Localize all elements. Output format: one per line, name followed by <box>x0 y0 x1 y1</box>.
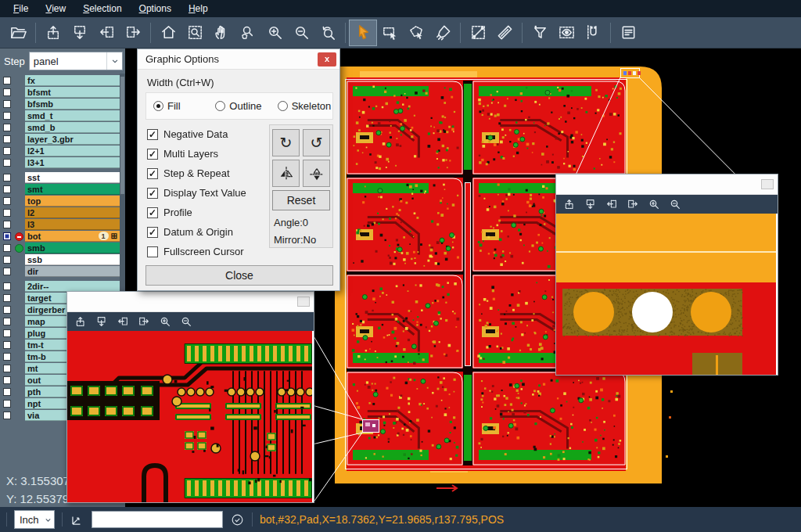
layer-label[interactable]: bfsmb <box>25 99 120 110</box>
menu-item-view[interactable]: View <box>37 1 74 16</box>
checkbox-row-display-text-value[interactable]: ✓Display Text Value <box>147 183 246 203</box>
open-file-button[interactable] <box>5 20 31 45</box>
layer-label[interactable]: smt <box>25 184 120 195</box>
layer-row-smt[interactable]: smt <box>0 184 125 195</box>
step-select[interactable]: panel <box>29 52 123 70</box>
pan-hand-button[interactable] <box>208 20 235 45</box>
check-circle-icon[interactable] <box>230 512 245 527</box>
layer-checkbox-via[interactable] <box>3 412 11 419</box>
magnifier-right-zoom-out-button[interactable] <box>669 198 681 210</box>
checkbox-row-multi-layers[interactable]: ✓Multi Layers <box>147 144 246 164</box>
zoom-out-button[interactable] <box>288 20 314 45</box>
menu-item-help[interactable]: Help <box>180 1 217 16</box>
ruler-button[interactable] <box>491 20 518 45</box>
select-tool-button[interactable] <box>350 20 376 45</box>
checkbox-row-step-repeat[interactable]: ✓Step & Repeat <box>147 164 246 183</box>
checkbox[interactable]: ✓ <box>147 227 158 238</box>
pan-up-button[interactable] <box>40 20 66 45</box>
layer-row-top[interactable]: top <box>0 196 125 207</box>
pan-right-button[interactable] <box>120 20 146 45</box>
layer-checkbox-map[interactable] <box>3 318 11 325</box>
layer-panel-button[interactable] <box>615 20 641 45</box>
magnifier-right-pan-left-button[interactable] <box>605 198 618 210</box>
zoom-previous-button[interactable] <box>314 20 341 45</box>
checkbox-row-datum-origin[interactable]: ✓Datum & Origin <box>147 222 246 242</box>
layer-checkbox-fx[interactable] <box>3 77 11 84</box>
highlight-button[interactable] <box>553 20 580 45</box>
measure-button[interactable] <box>465 20 491 45</box>
zoom-object-button[interactable] <box>235 20 261 45</box>
layer-checkbox-tm-t[interactable] <box>3 341 11 349</box>
layer-checkbox-ssb[interactable] <box>3 256 11 264</box>
radio-outline[interactable]: Outline <box>208 100 270 112</box>
layer-checkbox-plug[interactable] <box>3 329 11 337</box>
layer-checkbox-out[interactable] <box>3 376 11 384</box>
magnifier-right-window-button[interactable] <box>761 179 774 189</box>
layer-label[interactable]: 2dir-- <box>25 281 120 292</box>
layer-row-dir[interactable]: dir <box>0 266 125 277</box>
grid-icon[interactable]: ⊞ <box>111 232 117 240</box>
menu-item-selection[interactable]: Selection <box>74 1 130 16</box>
layer-row-2dir--[interactable]: 2dir-- <box>0 281 125 292</box>
corner-tool-icon[interactable] <box>70 512 84 527</box>
layer-label[interactable]: l2+1 <box>25 146 120 156</box>
checkbox[interactable] <box>147 246 158 257</box>
checkbox-row-negative-data[interactable]: ✓Negative Data <box>147 124 246 144</box>
layer-row-bot[interactable]: bot1⊞ <box>0 231 125 242</box>
layer-checkbox-top[interactable] <box>3 197 11 205</box>
dialog-titlebar[interactable]: Graphic Options x <box>138 49 339 70</box>
zoom-in-button[interactable] <box>261 20 288 45</box>
checkbox-row-fullscreen-cursor[interactable]: Fullscreen Cursor <box>147 242 246 261</box>
filter-button[interactable] <box>526 20 553 45</box>
snap-button[interactable] <box>580 20 606 45</box>
layer-row-l3[interactable]: l3 <box>0 219 125 230</box>
layer-label[interactable]: l3+1 <box>25 157 120 168</box>
checkbox-row-profile[interactable]: ✓Profile <box>147 203 246 222</box>
reset-button[interactable]: Reset <box>272 190 330 210</box>
rotate-cw-button[interactable]: ↻ <box>272 129 300 156</box>
zoom-home-button[interactable] <box>155 20 181 45</box>
radio-dot[interactable] <box>153 101 163 111</box>
layer-checkbox-smt[interactable] <box>3 185 11 193</box>
magnifier-left-pan-left-button[interactable] <box>117 315 129 328</box>
checkbox[interactable]: ✓ <box>147 149 158 160</box>
layer-row-ssb[interactable]: ssb <box>0 254 125 265</box>
layer-checkbox-layer_3.gbr[interactable] <box>3 135 11 143</box>
layer-row-bfsmt[interactable]: bfsmt <box>0 87 125 98</box>
zoom-window-button[interactable] <box>181 20 208 45</box>
layer-row-l2[interactable]: l2 <box>0 207 125 218</box>
layer-row-layer_3.gbr[interactable]: layer_3.gbr <box>0 134 125 145</box>
magnifier-right-view[interactable] <box>556 214 776 375</box>
layer-checkbox-target[interactable] <box>3 294 11 302</box>
layer-checkbox-npt[interactable] <box>3 400 11 408</box>
magnifier-right-pan-down-button[interactable] <box>584 198 597 210</box>
clean-tool-button[interactable] <box>429 20 456 45</box>
mirror-vertical-button[interactable] <box>303 160 330 187</box>
command-input[interactable] <box>92 511 223 528</box>
unit-select[interactable]: Inch <box>14 510 55 529</box>
layer-label[interactable]: l2 <box>25 207 120 218</box>
layer-checkbox-l3+1[interactable] <box>3 159 11 167</box>
layer-checkbox-smd_t[interactable] <box>3 112 11 120</box>
radio-dot[interactable] <box>278 101 288 111</box>
pan-left-button[interactable] <box>93 20 120 45</box>
magnifier-left-zoom-out-button[interactable] <box>180 315 192 328</box>
layer-row-l2+1[interactable]: l2+1 <box>0 146 125 156</box>
layer-label[interactable]: layer_3.gbr <box>25 134 120 145</box>
mirror-horizontal-button[interactable] <box>272 160 300 187</box>
chevron-down-icon[interactable] <box>106 52 122 70</box>
layer-checkbox-dirgerber[interactable] <box>3 306 11 314</box>
magnifier-left-titlebar[interactable] <box>67 292 314 312</box>
layer-checkbox-bot[interactable] <box>3 232 11 240</box>
menu-item-options[interactable]: Options <box>131 1 180 16</box>
layer-row-smd_b[interactable]: smd_b <box>0 122 125 133</box>
magnifier-right-zoom-in-button[interactable] <box>648 198 660 210</box>
layer-label[interactable]: fx <box>25 75 120 86</box>
layer-checkbox-bfsmb[interactable] <box>3 100 11 108</box>
layer-label[interactable]: dir <box>25 266 120 277</box>
close-button[interactable]: Close <box>145 265 333 286</box>
layer-checkbox-dir[interactable] <box>3 268 11 275</box>
radio-dot[interactable] <box>215 101 225 111</box>
layer-checkbox-l3[interactable] <box>3 221 11 228</box>
layer-label[interactable]: ssb <box>25 254 120 265</box>
